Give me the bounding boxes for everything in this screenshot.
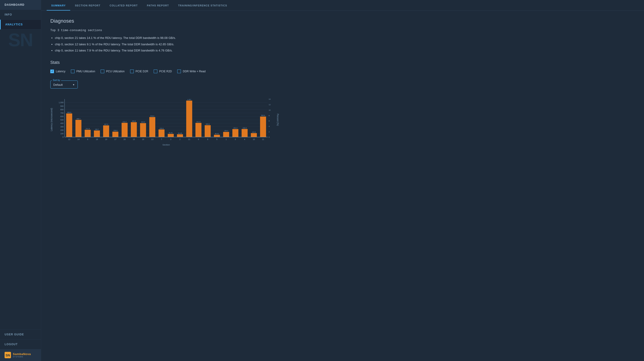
sidebar-item-dashboard[interactable]: DASHBOARD [0,0,41,10]
svg-rect-84 [251,133,257,137]
svg-rect-63 [186,100,192,137]
svg-text:0: 0 [269,136,270,138]
svg-rect-42 [122,122,128,137]
main-content: SUMMARY SECTION REPORT COLLATED REPORT P… [41,0,644,361]
sort-section: Sort by Default ▼ [50,80,635,88]
tab-collated-report[interactable]: COLLATED REPORT [105,0,142,10]
diagnoses-subtitle: Top 3 time-consuming sections [50,28,635,32]
svg-text:10: 10 [253,138,255,140]
svg-rect-51 [149,117,155,137]
svg-text:600: 600 [60,115,64,117]
chevron-down-icon: ▼ [72,84,75,86]
svg-text:3: 3 [170,138,171,140]
checkbox-label-ddr: DDR Write + Read [183,70,205,73]
svg-text:81.46: 81.46 [178,132,182,134]
chart-inner: 01002003004005006007008009001,000683.912… [54,92,276,147]
checkbox-label-pmu: PMU Utilization [76,70,95,73]
checkbox-pcu[interactable]: PCU Utilization [100,70,125,73]
svg-text:593.8: 593.8 [261,114,265,116]
checkbox-ddr[interactable]: DDR Write + Read [177,70,205,73]
svg-text:1: 1 [226,138,227,140]
svg-text:8: 8 [207,138,208,140]
checkbox-box-ddr[interactable] [177,70,181,73]
svg-text:700: 700 [60,112,64,114]
svg-text:300: 300 [60,126,64,128]
y-axis-label-left: Latency (microsecond) [50,108,53,131]
svg-text:11: 11 [262,138,264,140]
svg-rect-66 [196,123,202,137]
checkbox-label-pcie-d2r: PCIE D2R [136,70,148,73]
svg-text:21: 21 [188,138,190,140]
checkbox-box-pcu[interactable] [100,70,104,73]
svg-text:2: 2 [269,131,270,133]
checkbox-box-latency[interactable]: ✓ [50,70,54,73]
diagnoses-title: Diagnoses [50,18,635,24]
svg-text:337.9: 337.9 [104,124,108,125]
svg-text:220.8: 220.8 [160,128,164,129]
logo-brand: SambaNova [13,352,31,356]
svg-rect-54 [158,129,164,137]
checkbox-box-pmu[interactable] [71,70,74,73]
svg-rect-30 [84,130,90,137]
svg-text:Section: Section [162,143,170,146]
sidebar-item-logout[interactable]: LOGOUT [0,339,41,349]
svg-text:7: 7 [161,138,162,140]
svg-text:10: 10 [269,109,270,111]
svg-rect-69 [205,125,211,137]
svg-text:15: 15 [133,138,135,140]
sort-label: Sort by [52,79,61,82]
logo-sub: SYSTEMS [13,356,31,358]
svg-text:343.4: 343.4 [206,123,210,125]
svg-text:16: 16 [142,138,144,140]
svg-rect-39 [112,132,118,137]
svg-text:18: 18 [96,138,98,140]
checkbox-pcie-d2r[interactable]: PCIE D2R [130,70,148,73]
chart-container: Latency (microsecond) 010020030040050060… [50,92,279,147]
tab-summary[interactable]: SUMMARY [47,0,70,10]
tabs-bar: SUMMARY SECTION REPORT COLLATED REPORT P… [41,0,644,11]
svg-text:66.91: 66.91 [215,133,219,134]
svg-text:430.8: 430.8 [132,120,136,122]
svg-rect-57 [168,134,174,137]
svg-text:9: 9 [198,138,199,140]
svg-text:233.6: 233.6 [243,127,247,128]
svg-text:1,057: 1,057 [187,98,192,100]
svg-rect-45 [131,122,137,137]
svg-rect-27 [76,120,82,137]
svg-text:403.9: 403.9 [141,121,145,123]
svg-text:6: 6 [87,138,88,140]
sort-select[interactable]: Default ▼ [52,81,76,88]
sidebar-item-info[interactable]: INFO [0,10,41,20]
tab-section-report[interactable]: SECTION REPORT [70,0,105,10]
svg-text:1,000: 1,000 [59,101,64,104]
sort-dropdown[interactable]: Sort by Default ▼ [50,80,78,88]
diagnoses-item-0: chip 0, section 21 takes 14.1 % of the R… [55,36,635,40]
logo-text-group: SambaNova SYSTEMS [13,352,31,358]
checkbox-label-latency: Latency [56,70,66,73]
svg-text:5: 5 [216,138,218,140]
svg-text:12: 12 [68,138,70,140]
svg-text:13: 13 [151,138,154,140]
checkbox-label-pcie-r2d: PCIE R2D [159,70,172,73]
y-axis-label-right: Percent (%) [276,114,279,126]
diagnoses-item-1: chip 0, section 12 takes 9.1 % of the RD… [55,42,635,47]
svg-text:231.4: 231.4 [233,127,238,129]
diagnoses-list: chip 0, section 21 takes 14.1 % of the R… [50,36,635,53]
tab-paths-report[interactable]: PATHS REPORT [142,0,174,10]
checkbox-latency[interactable]: ✓ Latency [50,70,66,73]
checkbox-pmu[interactable]: PMU Utilization [71,70,95,73]
checkbox-label-pcu: PCU Utilization [106,70,125,73]
svg-text:800: 800 [60,108,64,110]
tab-training-inference[interactable]: TRAINING/INFERENCE STATISTICS [174,0,232,10]
checkbox-box-pcie-d2r[interactable] [130,70,134,73]
svg-text:150.3: 150.3 [224,130,228,132]
svg-rect-33 [94,130,100,137]
checkbox-box-pcie-r2d[interactable] [154,70,157,73]
checkmark-latency: ✓ [51,70,53,73]
svg-rect-60 [177,134,183,137]
sort-value: Default [53,83,63,86]
checkbox-pcie-r2d[interactable]: PCIE R2D [154,70,172,73]
sidebar-item-analytics[interactable]: ANALYTICS [0,20,41,30]
svg-text:17: 17 [114,138,117,140]
sidebar-item-userguide[interactable]: USER GUIDE [0,330,41,339]
